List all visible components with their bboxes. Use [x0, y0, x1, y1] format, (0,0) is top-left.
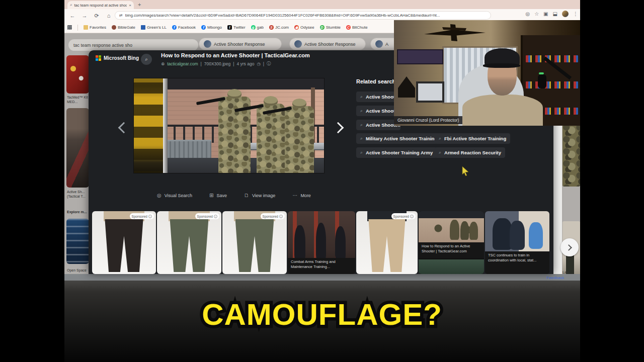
thumb-sponsored-green-pants-2[interactable]: Sponsoredi [222, 211, 287, 274]
magnifier-icon: ⌕ [360, 108, 363, 114]
related-searches-heading: Related search [356, 78, 395, 84]
image-file-size: 700X300.jpeg [204, 61, 230, 66]
thumb-tsc-training[interactable]: TSC continues to train in coordination w… [485, 211, 549, 274]
more-ellipsis-icon: ⋯ [292, 193, 297, 198]
image-age: 4 yrs ago [236, 61, 254, 66]
thumb-art [235, 219, 274, 272]
forward-button[interactable]: → [78, 13, 91, 19]
left-rail-thumb-collage[interactable] [66, 219, 89, 264]
view-image-button[interactable]: 🗋View image [244, 193, 275, 198]
new-tab-button[interactable]: + [138, 2, 141, 8]
browser-tab[interactable]: ⌕ tac team respond at active shoo × [67, 1, 134, 9]
bookmark-mbongo[interactable]: fMbongo [201, 25, 222, 30]
view-image-icon: 🗋 [244, 193, 249, 198]
mouse-cursor [461, 166, 470, 176]
related-search-fbi[interactable]: ⌕Fbi Active Shooter Training [435, 133, 510, 144]
bookmark-twitter[interactable]: tTwitter [227, 25, 246, 30]
bookmark-greens-ll[interactable]: Green's LL [141, 25, 167, 30]
related-search-armed-reaction[interactable]: ⌕Armed Reaction Security [435, 147, 505, 158]
thumb-sponsored-green-pants[interactable]: Sponsoredi [157, 211, 221, 274]
sidebar-icon[interactable]: ⬓ [553, 11, 557, 17]
wall-picture-art [397, 49, 443, 64]
carousel-next-arrow[interactable] [333, 122, 344, 134]
home-button[interactable]: ⌂ [103, 13, 115, 19]
thumb-art [316, 223, 326, 262]
filter-tab-thumb [204, 40, 211, 48]
right-rail-thumb-camo[interactable] [562, 124, 580, 187]
extension-icon[interactable]: ▣ [543, 11, 548, 17]
address-bar[interactable]: ⇄ bing.com/images/search?view=detailV2&c… [115, 11, 491, 20]
filter-tab-1[interactable]: Active Shooter Response [199, 38, 282, 50]
related-images-strip: Sponsoredi Sponsoredi Sponsoredi [89, 211, 553, 274]
gab-icon: g [251, 25, 256, 30]
filter-tab-thumb [294, 40, 302, 48]
url-text: bing.com/images/search?view=detailV2&cci… [125, 13, 440, 18]
school-bus-art [134, 78, 163, 173]
thumb-art [368, 219, 405, 272]
jc-icon: S [269, 25, 274, 30]
panel-search-button[interactable]: ⌕ [141, 54, 152, 65]
apps-grid-icon[interactable] [67, 25, 72, 30]
bookmarks-divider [77, 25, 78, 31]
bitchute-icon: C [346, 25, 351, 30]
sponsored-badge: Sponsoredi [391, 213, 416, 219]
bookmark-facebook[interactable]: fFacebook [172, 25, 196, 30]
toolbar-right-icons: ◎ ☆ ▣ ⬓ ⋮ [525, 11, 578, 17]
save-button[interactable]: ⊞Save [209, 193, 227, 198]
menu-kebab-icon[interactable]: ⋮ [573, 11, 578, 17]
left-rail-caption-1: TacMed™ Kit – MED... [67, 96, 91, 105]
image-title[interactable]: How to Respond to an Active Shooter | Ta… [161, 52, 377, 58]
filter-tab-2[interactable]: Active Shooter Response [289, 38, 366, 50]
thumb-combat-arms-training[interactable]: Combat Arms Training and Maintenance Tra… [288, 211, 355, 274]
image-meta: ⊕ tacticalgear.com | 700X300.jpeg | 4 yr… [161, 61, 271, 67]
adblock-eye-icon[interactable]: ◎ [525, 11, 530, 17]
left-rail-thumb-portrait[interactable] [66, 108, 89, 188]
feedback-link[interactable]: Feedback [546, 276, 564, 280]
tab-favicon-search-icon: ⌕ [70, 3, 72, 7]
thumb-sponsored-khaki-pants[interactable]: Sponsoredi [356, 211, 418, 274]
soldier-3-art [285, 106, 314, 173]
sponsored-badge: Sponsoredi [195, 213, 219, 219]
left-rail-caption-2: Active Sh... (Tactical T... [67, 190, 91, 199]
thumb-current-active-shooter[interactable]: How to Respond to an Active Shooter | Ta… [419, 211, 484, 274]
streamer-name-tag: Giovanni Cruzol (Lord Protector) [394, 116, 462, 124]
bookmark-stumble[interactable]: DStumble [320, 25, 341, 30]
clock-icon: ◷ [257, 61, 260, 66]
bookmark-biblegate[interactable]: BibleGate [112, 25, 135, 30]
back-button[interactable]: ← [66, 13, 78, 19]
model-airplane-art [422, 22, 488, 44]
main-image-active-shooter-team[interactable] [133, 78, 325, 173]
info-circle-icon: i [410, 215, 414, 218]
bookmark-jccom[interactable]: SJC.com [269, 25, 289, 30]
left-rail-open-space: Open Space [67, 268, 91, 273]
bookmark-gab[interactable]: ggab [251, 25, 264, 30]
visual-search-button[interactable]: ◎Visual Search [157, 193, 192, 198]
video-frame: ⌕ tac team respond at active shoo × + ← … [0, 0, 644, 362]
left-rail-thumb-tacmed[interactable] [66, 55, 89, 94]
reload-button[interactable]: ⟳ [91, 13, 103, 19]
thumb-art [170, 219, 209, 272]
profile-avatar[interactable] [562, 11, 569, 17]
info-circle-icon: i [148, 215, 152, 218]
carousel-prev-arrow[interactable] [118, 122, 130, 134]
video-caption: CAMOUFLAGE? CAMOUFLAGE? [0, 300, 644, 330]
microphone-art [538, 74, 546, 88]
magnifier-icon: ⌕ [360, 94, 363, 100]
stumble-icon: D [320, 25, 325, 30]
related-search-army[interactable]: ⌕Active Shooter Training Army [356, 147, 437, 158]
thumb-caption: Combat Arms Training and Maintenance Tra… [288, 258, 355, 274]
facebook-icon: f [172, 25, 177, 30]
bookmark-odysee[interactable]: ◉Odysee [294, 25, 314, 30]
related-search-military[interactable]: ⌕Military Active Shooter Training [356, 133, 441, 144]
more-button[interactable]: ⋯More [292, 193, 311, 198]
bing-logo[interactable]: Microsoft Bing [96, 55, 139, 61]
bookmark-star-icon[interactable]: ☆ [534, 11, 539, 17]
bookmark-bitchute[interactable]: CBitChute [346, 25, 368, 30]
right-rail-next-button[interactable] [560, 238, 579, 256]
bookmark-favorites[interactable]: Favorites [84, 25, 106, 30]
thumb-sponsored-black-pants[interactable]: Sponsoredi [92, 211, 156, 274]
image-source-domain[interactable]: tacticalgear.com [167, 61, 198, 66]
soldier-2-art [257, 104, 285, 173]
bing-search-input[interactable]: tac team response active sho [68, 39, 198, 51]
tab-close-icon[interactable]: × [129, 3, 131, 8]
